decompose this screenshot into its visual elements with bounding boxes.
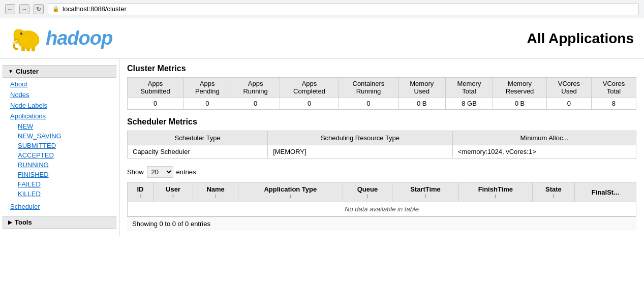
sidebar-item-new-saving[interactable]: NEW_SAVING	[0, 131, 119, 141]
sidebar-item-running[interactable]: RUNNING	[0, 160, 119, 170]
sidebar: ▼ Cluster About Nodes Node Labels Applic…	[0, 59, 119, 236]
col-scheduling-resource: Scheduling Resource Type	[268, 131, 453, 145]
col-memory-total: MemoryTotal	[445, 78, 493, 98]
val-minimum-alloc: <memory:1024, vCores:1>	[452, 145, 636, 159]
col-final-status: FinalSt...	[574, 182, 636, 202]
sort-user: ↕	[158, 193, 189, 199]
cluster-metrics-table: AppsSubmitted AppsPending AppsRunning Ap…	[127, 77, 636, 110]
show-entries-row: Show 10 20 50 100 entries	[127, 166, 636, 178]
col-finish-time: FinishTime↕	[458, 182, 532, 202]
col-apps-pending: AppsPending	[183, 78, 231, 98]
sidebar-item-failed[interactable]: FAILED	[0, 179, 119, 189]
tools-section: ▶ Tools	[0, 216, 119, 229]
main-row: ▼ Cluster About Nodes Node Labels Applic…	[0, 59, 644, 236]
showing-text: Showing 0 to 0 of 0 entries	[127, 216, 636, 231]
sidebar-item-new[interactable]: NEW	[0, 121, 119, 131]
sidebar-item-submitted[interactable]: SUBMITTED	[0, 141, 119, 150]
show-label: Show	[127, 168, 144, 176]
lock-icon: 🔒	[52, 6, 59, 12]
val-memory-total: 8 GB	[445, 98, 493, 110]
page-title: All Applications	[527, 30, 634, 47]
no-data-cell: No data available in table	[128, 202, 636, 216]
elephant-icon	[10, 24, 46, 52]
back-button[interactable]: ←	[5, 4, 15, 14]
col-scheduler-type: Scheduler Type	[128, 131, 268, 145]
apps-table: ID↕ User↕ Name↕ Application Type↕ Queue↕…	[127, 182, 636, 216]
val-containers-running: 0	[339, 98, 398, 110]
tools-arrow: ▶	[8, 219, 12, 225]
sidebar-item-accepted[interactable]: ACCEPTED	[0, 150, 119, 160]
tools-header[interactable]: ▶ Tools	[3, 216, 116, 229]
sidebar-item-about[interactable]: About	[0, 79, 119, 89]
sort-queue: ↕	[347, 193, 388, 199]
cluster-metrics-title: Cluster Metrics	[127, 64, 636, 73]
col-user: User↕	[154, 182, 193, 202]
scheduler-metrics-title: Scheduler Metrics	[127, 117, 636, 127]
sort-start-time: ↕	[396, 193, 454, 199]
cluster-header[interactable]: ▼ Cluster	[3, 65, 116, 78]
sidebar-item-killed[interactable]: KILLED	[0, 189, 119, 199]
val-apps-running: 0	[231, 98, 280, 110]
cluster-label: Cluster	[16, 68, 39, 75]
col-queue: Queue↕	[343, 182, 392, 202]
page-wrapper: ← → ↻ 🔒 localhost:8088/cluster	[0, 0, 644, 284]
header: hadoop All Applications	[0, 18, 644, 59]
reload-button[interactable]: ↻	[34, 4, 44, 14]
svg-point-10	[21, 33, 22, 33]
scheduler-metrics-table: Scheduler Type Scheduling Resource Type …	[127, 131, 636, 159]
val-vcores-used: 0	[546, 98, 591, 110]
sort-finish-time: ↕	[463, 193, 528, 199]
hadoop-logo: hadoop	[10, 24, 112, 52]
sort-name: ↕	[197, 193, 234, 199]
sidebar-item-applications[interactable]: Applications	[0, 111, 119, 121]
col-minimum-alloc: Minimum Alloc...	[452, 131, 636, 145]
col-memory-used: MemoryUsed	[398, 78, 445, 98]
forward-button[interactable]: →	[19, 4, 29, 14]
col-id: ID↕	[128, 182, 154, 202]
content-area: hadoop All Applications ▼ Cluster About …	[0, 18, 644, 236]
sidebar-item-nodes[interactable]: Nodes	[0, 89, 119, 100]
col-apps-running: AppsRunning	[231, 78, 280, 98]
tools-label: Tools	[15, 218, 32, 226]
url-text: localhost:8088/cluster	[63, 5, 127, 13]
val-vcores-total: 8	[591, 98, 636, 110]
col-memory-reserved: MemoryReserved	[493, 78, 547, 98]
cluster-section: ▼ Cluster About Nodes Node Labels Applic…	[0, 65, 119, 199]
col-apps-completed: AppsCompleted	[280, 78, 339, 98]
sort-state: ↕	[537, 193, 570, 199]
entries-select[interactable]: 10 20 50 100	[147, 166, 173, 178]
sort-id: ↕	[132, 193, 149, 199]
val-apps-completed: 0	[280, 98, 339, 110]
entries-label: entries	[176, 168, 196, 176]
sidebar-item-finished[interactable]: FINISHED	[0, 170, 119, 179]
val-apps-submitted: 0	[128, 98, 183, 110]
sidebar-item-scheduler[interactable]: Scheduler	[0, 201, 119, 212]
col-vcores-used: VCoresUsed	[546, 78, 591, 98]
val-memory-used: 0 B	[398, 98, 445, 110]
cluster-arrow: ▼	[8, 69, 13, 74]
col-name: Name↕	[193, 182, 238, 202]
browser-chrome: ← → ↻ 🔒 localhost:8088/cluster	[0, 0, 644, 18]
val-scheduling-resource: [MEMORY]	[268, 145, 453, 159]
sort-app-type: ↕	[242, 193, 338, 199]
val-scheduler-type: Capacity Scheduler	[128, 145, 268, 159]
col-state: State↕	[532, 182, 574, 202]
col-vcores-total: VCoresTotal	[591, 78, 636, 98]
col-containers-running: ContainersRunning	[339, 78, 398, 98]
col-app-type: Application Type↕	[238, 182, 343, 202]
sidebar-item-node-labels[interactable]: Node Labels	[0, 100, 119, 111]
logo-text: hadoop	[46, 27, 112, 49]
main-content: Cluster Metrics AppsSubmitted AppsPendin…	[119, 59, 644, 236]
val-apps-pending: 0	[183, 98, 231, 110]
address-bar[interactable]: 🔒 localhost:8088/cluster	[48, 3, 639, 15]
svg-point-8	[19, 33, 39, 48]
col-start-time: StartTime↕	[392, 182, 458, 202]
val-memory-reserved: 0 B	[493, 98, 547, 110]
col-apps-submitted: AppsSubmitted	[128, 78, 183, 98]
